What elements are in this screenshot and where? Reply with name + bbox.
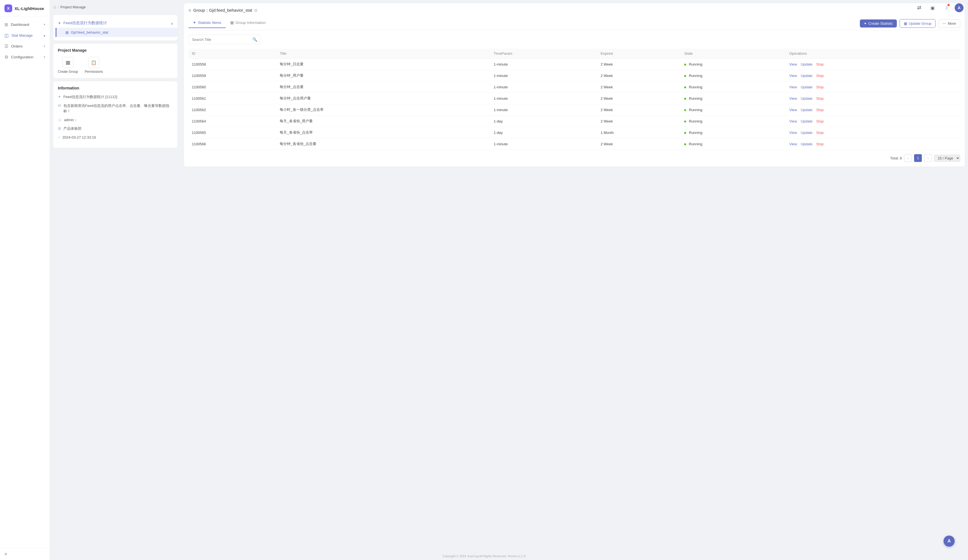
- update-link[interactable]: Update: [801, 74, 812, 78]
- info-dept-icon: ⊞: [58, 126, 61, 131]
- table-row: 1100558 每分钟_日志量 1-minute 2 Week Running …: [189, 59, 960, 70]
- search-input[interactable]: [192, 38, 250, 42]
- col-timeparam: TimeParam: [491, 49, 597, 59]
- sidebar-item-orders[interactable]: ☰ Orders ▾: [0, 41, 50, 52]
- cell-title: 每天_各省份_点击率: [276, 127, 490, 138]
- stop-link[interactable]: Stop: [816, 142, 824, 146]
- info-row-date: ○ 2024-03-27 12:33:16: [58, 135, 173, 140]
- next-page-button[interactable]: ›: [924, 154, 932, 162]
- cell-operations: View Update Stop: [786, 70, 960, 81]
- group-header: ≡ Group：Gjd:feed_behavior_stat ⧉: [189, 8, 960, 13]
- breadcrumb: ⌂ / Project Manage: [53, 3, 177, 12]
- cell-title: 每分钟_日志量: [276, 59, 490, 70]
- more-button[interactable]: ⋯ More: [938, 19, 960, 28]
- view-link[interactable]: View: [789, 131, 797, 135]
- info-date-icon: ○: [58, 135, 60, 139]
- top-right-icons: ⇄ ▣ ☽ A: [915, 3, 963, 12]
- cell-expired: 2 Week: [597, 70, 681, 81]
- cell-expired: 2 Week: [597, 59, 681, 70]
- view-link[interactable]: View: [789, 74, 797, 78]
- tab-group-information[interactable]: ▦ Group Information: [226, 18, 270, 28]
- view-link[interactable]: View: [789, 108, 797, 112]
- tree-child-gjd[interactable]: ▦ Gjd:feed_behavior_stat: [56, 28, 177, 37]
- search-bar: 🔍: [189, 35, 261, 44]
- cell-id: 1100558: [189, 59, 276, 70]
- create-group-label: Create Group: [58, 70, 78, 74]
- view-link[interactable]: View: [789, 62, 797, 66]
- update-link[interactable]: Update: [801, 131, 812, 135]
- per-page-select[interactable]: 15 / Page 30 / Page 50 / Page: [934, 155, 960, 162]
- sidebar-item-stat-manage-label: Stat Manage: [12, 33, 33, 38]
- cell-state: Running: [681, 116, 786, 127]
- statistic-items-tab-label: Statistic Items: [198, 21, 221, 25]
- view-link[interactable]: View: [789, 142, 797, 146]
- col-state: State: [681, 49, 786, 59]
- update-link[interactable]: Update: [801, 96, 812, 101]
- tab-statistic-items[interactable]: ✦ Statistic Items: [189, 18, 226, 28]
- stop-link[interactable]: Stop: [816, 96, 824, 101]
- translate-icon-wrapper[interactable]: ⇄: [915, 3, 923, 12]
- translate-icon: ⇄: [917, 5, 921, 11]
- sidebar-item-dashboard[interactable]: ⊞ Dashboard ▾: [0, 19, 50, 30]
- sidebar-logo: X XL-LightHouse: [0, 0, 50, 17]
- update-group-button[interactable]: ▦ Update Group: [900, 19, 936, 28]
- update-link[interactable]: Update: [801, 108, 812, 112]
- toolbar: ✦ Create Statistic ▦ Update Group ⋯ More: [860, 19, 960, 28]
- table-row: 1100565 每天_各省份_点击率 1-day 1 Month Running…: [189, 127, 960, 138]
- copy-icon[interactable]: ⧉: [254, 8, 257, 13]
- view-link[interactable]: View: [789, 119, 797, 123]
- stop-link[interactable]: Stop: [816, 85, 824, 89]
- info-desc-text: 包含新闻资讯Feed信息流的用户点击率、点击量、曝光量等数据指标！: [63, 103, 173, 114]
- tree-group-feed[interactable]: ✦ Feed信息流行为数据统计 ▴: [53, 18, 177, 28]
- prev-page-button[interactable]: ‹: [904, 154, 912, 162]
- stop-link[interactable]: Stop: [816, 131, 824, 135]
- home-icon[interactable]: ⌂: [53, 5, 56, 10]
- info-desc-icon: ✉: [58, 103, 61, 108]
- chevron-down-icon-orders: ▾: [44, 45, 45, 48]
- avatar[interactable]: A: [955, 3, 963, 12]
- sidebar-item-configuration[interactable]: ⚙ Configuration ▾: [0, 52, 50, 63]
- view-link[interactable]: View: [789, 96, 797, 101]
- cell-expired: 2 Week: [597, 93, 681, 104]
- create-group-icon: ▦: [62, 57, 73, 68]
- cell-operations: View Update Stop: [786, 116, 960, 127]
- sidebar-item-stat-manage[interactable]: ◫ Stat Manage ▴: [0, 30, 50, 41]
- status-text: Running: [689, 96, 702, 101]
- cell-state: Running: [681, 59, 786, 70]
- cell-title: 每天_各省份_用户量: [276, 116, 490, 127]
- page-1-button[interactable]: 1: [914, 154, 922, 162]
- view-link[interactable]: View: [789, 85, 797, 89]
- info-date-text: 2024-03-27 12:33:16: [62, 135, 173, 140]
- cell-timeparam: 1-minute: [491, 70, 597, 81]
- cell-state: Running: [681, 81, 786, 93]
- update-link[interactable]: Update: [801, 85, 812, 89]
- create-group-action[interactable]: ▦ Create Group: [58, 57, 78, 74]
- sidebar-item-dashboard-label: Dashboard: [11, 23, 29, 26]
- update-link[interactable]: Update: [801, 119, 812, 123]
- cell-expired: 2 Week: [597, 81, 681, 93]
- table-row: 1100562 每小时_各一级分类_点击率 1-minute 2 Week Ru…: [189, 104, 960, 116]
- stop-link[interactable]: Stop: [816, 62, 824, 66]
- total-count: Total: 8: [890, 156, 902, 160]
- theme-icon-wrapper[interactable]: ☽: [941, 3, 950, 12]
- update-link[interactable]: Update: [801, 142, 812, 146]
- create-statistic-button[interactable]: ✦ Create Statistic: [860, 20, 897, 28]
- cell-id: 1100560: [189, 81, 276, 93]
- cell-operations: View Update Stop: [786, 104, 960, 116]
- stop-link[interactable]: Stop: [816, 108, 824, 112]
- stop-link[interactable]: Stop: [816, 119, 824, 123]
- table-row: 1100560 每分钟_点击量 1-minute 2 Week Running …: [189, 81, 960, 93]
- cell-title: 每分钟_各省份_点击量: [276, 138, 490, 150]
- cell-state: Running: [681, 93, 786, 104]
- project-manage-title: Project Manage: [58, 48, 173, 53]
- update-link[interactable]: Update: [801, 62, 812, 66]
- cell-operations: View Update Stop: [786, 138, 960, 150]
- status-text: Running: [689, 74, 702, 78]
- layout-icon-wrapper[interactable]: ▣: [928, 3, 937, 12]
- stop-link[interactable]: Stop: [816, 74, 824, 78]
- status-text: Running: [689, 108, 702, 112]
- permissions-action[interactable]: 📋 Permissions: [85, 57, 103, 74]
- cell-timeparam: 1-minute: [491, 59, 597, 70]
- cell-operations: View Update Stop: [786, 81, 960, 93]
- float-action-button[interactable]: A: [943, 535, 955, 547]
